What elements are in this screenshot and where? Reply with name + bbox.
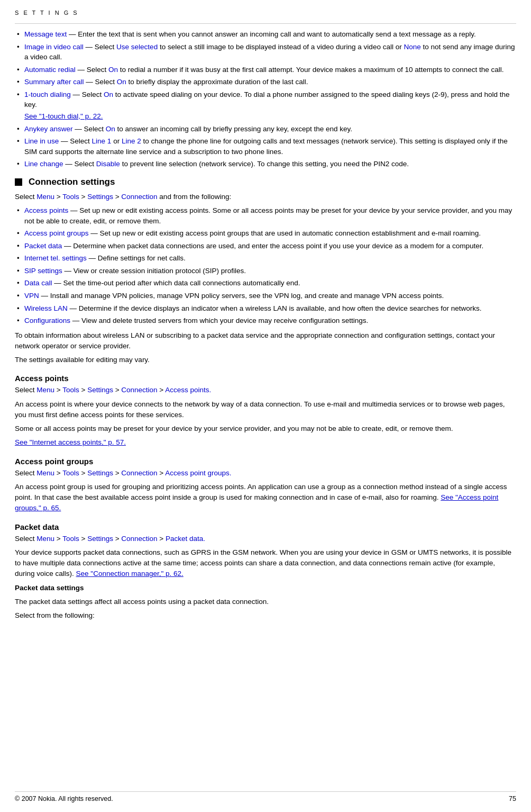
image-video-text2: to select a still image to be displayed … [158,43,404,51]
settings-vary-note: The settings available for editing may v… [15,355,516,365]
one-touch-dialing-link[interactable]: 1-touch dialing [24,91,71,98]
list-item: Message text — Enter the text that is se… [15,29,516,40]
pd-sub-para: The packet data settings affect all acce… [15,597,516,607]
apg-see-link[interactable]: See "Access point groups," p. 65. [15,493,498,512]
connection-intro-suffix: and from the following: [158,193,232,201]
sip-settings-link[interactable]: SIP settings [24,267,62,275]
packet-data-link[interactable]: Packet data [24,242,62,250]
connection-bullet-list: Access points — Set up new or edit exist… [15,205,516,326]
access-point-groups-heading: Access point groups [15,457,516,466]
summary-text1: — Select [84,78,117,86]
message-text-desc: — Enter the text that is sent when you c… [67,30,475,38]
apg-tools-link[interactable]: Tools [62,469,79,477]
ap-settings-link[interactable]: Settings [87,386,113,394]
data-call-link[interactable]: Data call [24,279,52,287]
pd-see-link[interactable]: See "Connection manager," p. 62. [76,570,184,578]
ap-menu-link[interactable]: Menu [36,386,54,394]
list-item: Wireless LAN — Determine if the device d… [15,303,516,314]
summary-after-call-link[interactable]: Summary after call [24,78,84,86]
line2-link[interactable]: Line 2 [122,137,141,145]
line1-link[interactable]: Line 1 [92,137,112,145]
pd-para1: Your device supports packet data connect… [15,547,516,580]
page-number: 75 [509,795,516,802]
list-item: Internet tel. settings — Define settings… [15,253,516,264]
page-footer: © 2007 Nokia. All rights reserved. 75 [15,791,516,802]
configurations-link[interactable]: Configurations [24,317,70,324]
line-change-text2: to prevent line selection (network servi… [120,160,409,168]
copyright-text: © 2007 Nokia. All rights reserved. [15,795,113,802]
apg-menu-link[interactable]: Menu [36,469,54,477]
menu-link1[interactable]: Menu [36,193,54,201]
list-item: Line change — Select Disable to prevent … [15,159,516,169]
apg-connection-link[interactable]: Connection [121,469,157,477]
use-selected-link[interactable]: Use selected [116,43,158,51]
line-change-text1: — Select [63,160,96,168]
connection-intro-text1: Select [15,193,36,201]
wireless-lan-link[interactable]: Wireless LAN [24,304,68,312]
access-points-select: Select Menu > Tools > Settings > Connect… [15,385,516,395]
connection-intro: Select Menu > Tools > Settings > Connect… [15,192,516,202]
ap-tools-link[interactable]: Tools [62,386,79,394]
line-use-text2: or [111,137,122,145]
internet-access-points-see-link[interactable]: See "Internet access points," p. 57. [15,438,126,446]
settings-link1[interactable]: Settings [87,193,113,201]
connection-settings-label: Connection settings [29,177,115,187]
connection-link1[interactable]: Connection [121,193,157,201]
pd-tools-link[interactable]: Tools [62,535,79,543]
summary-text2: to briefly display the approximate durat… [126,78,308,86]
section-icon [15,178,22,186]
pd-packet-link[interactable]: Packet data. [166,535,205,543]
list-item: Access points — Set up new or edit exist… [15,205,516,226]
apg-settings-link[interactable]: Settings [87,469,113,477]
apg-para1: An access point group is used for groupi… [15,482,516,514]
automatic-redial-link[interactable]: Automatic redial [24,66,76,74]
packet-data-settings-subheading: Packet data settings [15,583,516,593]
access-points-heading: Access points [15,374,516,383]
auto-redial-on-link[interactable]: On [108,66,118,74]
list-item: Summary after call — Select On to briefl… [15,77,516,87]
packet-data-heading: Packet data [15,522,516,531]
access-point-groups-text: — Set up new or edit existing access poi… [89,229,481,237]
list-item: Packet data — Determine when packet data… [15,241,516,251]
access-point-groups-link[interactable]: Access point groups [24,229,89,237]
page: S e t t i n g s Message text — Enter the… [0,0,531,812]
ap-connection-link[interactable]: Connection [121,386,157,394]
pd-menu-link[interactable]: Menu [36,535,54,543]
image-in-video-call-link[interactable]: Image in video call [24,43,84,51]
list-item: Configurations — View and delete trusted… [15,315,516,326]
sip-text: — View or create session initiation prot… [62,267,246,275]
one-touch-on-link[interactable]: On [104,91,113,98]
wireless-lan-note: To obtain information about wireless LAN… [15,330,516,352]
list-item: Anykey answer — Select On to answer an i… [15,124,516,134]
line-change-link[interactable]: Line change [24,160,63,168]
internet-tel-settings-link[interactable]: Internet tel. settings [24,254,87,262]
line-in-use-link[interactable]: Line in use [24,137,59,145]
internet-tel-text: — Define settings for net calls. [87,254,186,262]
configurations-text: — View and delete trusted servers from w… [70,317,368,324]
one-touch-see-link[interactable]: See "1-touch dial," p. 22. [24,112,103,120]
none-link[interactable]: None [404,43,420,51]
ap-access-points-link[interactable]: Access points. [165,386,211,394]
access-points-link[interactable]: Access points [24,206,68,214]
pd-select-prefix: Select [15,535,36,543]
packet-data-text: — Determine when packet data connections… [62,242,483,250]
pd-connection-link[interactable]: Connection [121,535,157,543]
access-points-see-link: See "Internet access points," p. 57. [15,437,516,448]
anykey-on-link[interactable]: On [106,125,115,133]
message-text-link[interactable]: Message text [24,30,67,38]
list-item: Access point groups — Set up new or edit… [15,228,516,239]
tools-link1[interactable]: Tools [62,193,79,201]
page-header: S e t t i n g s [15,10,516,16]
connection-settings-heading: Connection settings [15,177,516,187]
apg-groups-link[interactable]: Access point groups. [165,469,231,477]
summary-on-link[interactable]: On [117,78,126,86]
pd-select-from: Select from the following: [15,610,516,621]
header-divider [15,23,516,24]
list-item: Image in video call — Select Use selecte… [15,42,516,62]
disable-link[interactable]: Disable [96,160,120,168]
pd-settings-link[interactable]: Settings [87,535,113,543]
vpn-link[interactable]: VPN [24,292,39,300]
anykey-answer-link[interactable]: Anykey answer [24,125,73,133]
auto-redial-text2: to redial a number if it was busy at the… [118,66,503,74]
apg-select-prefix: Select [15,469,36,477]
